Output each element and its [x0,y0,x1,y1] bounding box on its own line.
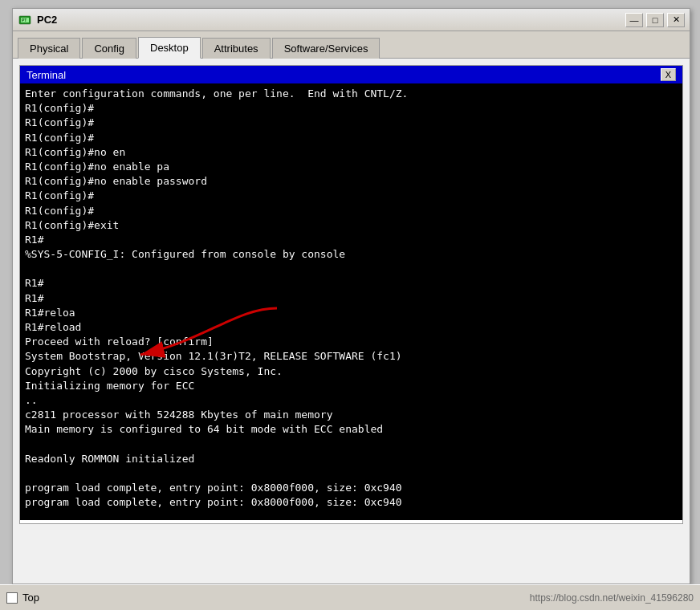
terminal-content: Enter configuration commands, one per li… [25,87,678,520]
tab-software-services[interactable]: Software/Services [272,38,381,59]
top-label: Top [22,592,39,604]
window-controls: — □ ✕ [625,13,685,27]
tab-attributes[interactable]: Attributes [202,38,271,59]
svg-text:PT: PT [22,18,26,22]
close-button[interactable]: ✕ [667,13,685,27]
minimize-button[interactable]: — [625,13,643,27]
window-title: PC2 [37,14,625,26]
app-icon: PT [18,13,32,27]
main-window: PT PC2 — □ ✕ Physical Config Desktop Att… [12,8,690,584]
tab-physical[interactable]: Physical [18,38,80,59]
terminal-panel: Terminal X Enter configuration commands,… [19,65,683,524]
maximize-button[interactable]: □ [646,13,664,27]
terminal-body[interactable]: Enter configuration commands, one per li… [20,83,682,520]
terminal-close-button[interactable]: X [661,68,676,81]
taskbar-url: https://blog.csdn.net/weixin_41596280 [530,592,694,604]
tabs-bar: Physical Config Desktop Attributes Softw… [13,31,690,59]
title-bar: PT PC2 — □ ✕ [13,9,690,31]
window-bottom-bar [12,559,690,584]
taskbar: Top https://blog.csdn.net/weixin_4159628… [0,584,700,610]
tab-config[interactable]: Config [82,38,136,59]
tab-desktop[interactable]: Desktop [138,37,201,59]
terminal-header: Terminal X [20,66,682,83]
top-checkbox[interactable] [6,592,18,604]
terminal-title: Terminal [26,69,66,81]
